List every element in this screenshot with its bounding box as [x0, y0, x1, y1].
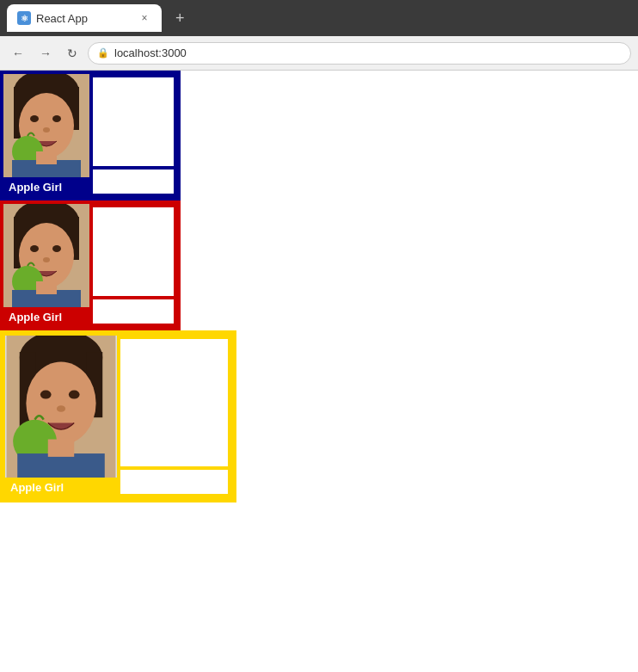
svg-rect-10: [36, 151, 57, 164]
yellow-card-right-top: [120, 339, 228, 466]
forward-button[interactable]: →: [34, 43, 57, 64]
blue-card-right: [89, 74, 177, 197]
lock-icon: 🔒: [97, 47, 109, 59]
yellow-card-right-bottom: [120, 470, 228, 494]
browser-tab[interactable]: ⚛ React App ×: [7, 4, 162, 32]
yellow-card-right: [117, 336, 231, 497]
apple-girl-image-yellow: [5, 336, 117, 478]
red-card-right: [89, 204, 177, 327]
card-row-yellow: Apple Girl: [0, 330, 638, 502]
svg-rect-33: [48, 440, 74, 457]
apple-girl-image-blue: [3, 74, 89, 177]
card-row-red: Apple Girl: [0, 200, 638, 330]
red-card-label: Apple Girl: [3, 307, 89, 327]
browser-toolbar: ← → ↻ 🔒 localhost:3000: [0, 36, 638, 71]
blue-card-left: Apple Girl: [3, 74, 89, 197]
browser-titlebar: ⚛ React App × +: [0, 0, 638, 36]
svg-point-17: [52, 245, 61, 252]
address-text: localhost:3000: [114, 46, 187, 59]
tab-close-button[interactable]: ×: [138, 11, 151, 25]
blue-card-label: Apple Girl: [3, 177, 89, 197]
red-card: Apple Girl: [0, 200, 181, 330]
svg-point-27: [40, 390, 52, 398]
svg-rect-21: [36, 281, 57, 294]
blue-card: Apple Girl: [0, 71, 181, 200]
red-card-left: Apple Girl: [3, 204, 89, 327]
yellow-card-image: [5, 336, 117, 478]
svg-point-16: [30, 245, 39, 252]
address-bar[interactable]: 🔒 localhost:3000: [88, 42, 631, 65]
svg-point-28: [69, 390, 80, 398]
svg-point-5: [30, 115, 39, 122]
yellow-card-label: Apple Girl: [5, 478, 117, 497]
blue-card-right-bottom: [93, 170, 174, 194]
svg-point-18: [43, 257, 50, 262]
tab-icon: ⚛: [17, 11, 31, 25]
svg-point-7: [43, 127, 50, 133]
cards-container: Apple Girl: [0, 71, 638, 502]
red-card-right-bottom: [93, 299, 174, 324]
red-card-right-top: [93, 207, 174, 296]
refresh-button[interactable]: ↻: [62, 43, 83, 64]
red-card-image: [3, 204, 89, 307]
back-button[interactable]: ←: [7, 43, 29, 64]
svg-point-29: [57, 405, 65, 412]
yellow-card-left: Apple Girl: [5, 336, 117, 497]
svg-point-6: [52, 115, 61, 122]
blue-card-image: [3, 74, 89, 177]
apple-girl-image-red: [3, 204, 89, 307]
card-row-blue: Apple Girl: [0, 71, 638, 200]
svg-rect-32: [17, 453, 105, 478]
yellow-card: Apple Girl: [0, 330, 236, 502]
tab-title: React App: [36, 12, 88, 25]
page-content: Apple Girl: [0, 71, 638, 672]
new-tab-button[interactable]: +: [169, 6, 192, 31]
blue-card-right-top: [93, 77, 174, 166]
